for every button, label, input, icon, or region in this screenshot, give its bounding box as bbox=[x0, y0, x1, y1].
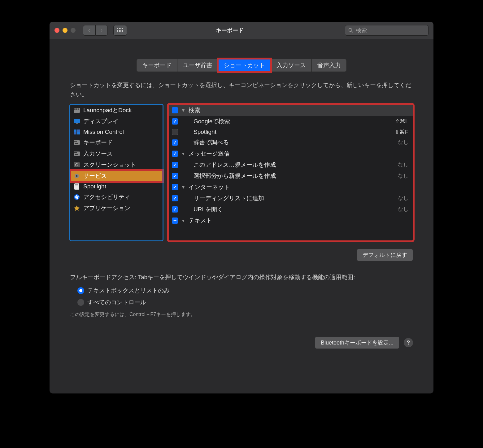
svg-rect-6 bbox=[74, 119, 80, 123]
checkbox[interactable] bbox=[172, 195, 178, 201]
gear-icon bbox=[73, 173, 80, 179]
shortcut-label: メッセージ送信 bbox=[189, 150, 408, 158]
shortcut-item[interactable]: 辞書で調べるなし bbox=[169, 137, 413, 148]
tab-bar: キーボードユーザ辞書ショートカット入力ソース音声入力 bbox=[59, 59, 424, 72]
shortcut-item[interactable]: 選択部分から新規メールを作成なし bbox=[169, 170, 413, 182]
sidebar-item-label: Spotlight bbox=[83, 183, 106, 190]
tab-音声入力[interactable]: 音声入力 bbox=[311, 59, 347, 72]
sidebar-item[interactable]: サービス bbox=[70, 170, 163, 182]
shortcut-none[interactable]: なし bbox=[398, 139, 408, 146]
forward-button[interactable]: › bbox=[95, 25, 108, 36]
sidebar-item[interactable]: ディスプレイ bbox=[70, 116, 163, 127]
disclosure-triangle-icon[interactable]: ▼ bbox=[181, 151, 185, 156]
shortcut-item[interactable]: Googleで検索⇧⌘L bbox=[169, 116, 413, 127]
shortcut-label: このアドレス…規メールを作成 bbox=[181, 161, 395, 169]
svg-rect-5 bbox=[78, 108, 79, 110]
shortcut-none[interactable]: なし bbox=[398, 206, 408, 213]
shortcut-label: 辞書で調べる bbox=[181, 138, 395, 147]
checkbox[interactable] bbox=[172, 162, 178, 168]
back-button[interactable]: ‹ bbox=[83, 25, 95, 36]
disclosure-triangle-icon[interactable]: ▼ bbox=[181, 218, 185, 223]
shortcut-item[interactable]: Spotlight⇧⌘F bbox=[169, 127, 413, 137]
sidebar-item[interactable]: Spotlight bbox=[70, 182, 163, 191]
sidebar-item-label: ディスプレイ bbox=[83, 117, 119, 125]
shortcut-group[interactable]: ▼テキスト bbox=[169, 215, 413, 226]
sidebar-item[interactable]: 入力ソース bbox=[70, 148, 163, 159]
launchpad-icon bbox=[73, 108, 80, 113]
accessibility-icon bbox=[73, 194, 80, 200]
checkbox[interactable] bbox=[172, 184, 178, 190]
bluetooth-keyboard-button[interactable]: Bluetoothキーボードを設定... bbox=[315, 336, 399, 349]
shortcut-label: 検索 bbox=[189, 106, 408, 114]
svg-line-1 bbox=[352, 31, 353, 33]
panes: LaunchpadとDockディスプレイMission Controlキーボード… bbox=[70, 104, 413, 241]
restore-defaults-button[interactable]: デフォルトに戻す bbox=[357, 249, 413, 261]
sidebar-item[interactable]: キーボード bbox=[70, 137, 163, 148]
shortcut-none[interactable]: なし bbox=[398, 195, 408, 202]
checkbox[interactable] bbox=[172, 118, 178, 125]
shortcut-label: テキスト bbox=[189, 217, 408, 225]
sidebar-item[interactable]: アプリケーション bbox=[70, 203, 163, 214]
checkbox[interactable] bbox=[172, 107, 178, 113]
shortcut-none[interactable]: なし bbox=[398, 172, 408, 179]
checkbox[interactable] bbox=[172, 173, 178, 179]
tab-ユーザ辞書[interactable]: ユーザ辞書 bbox=[177, 59, 218, 72]
chevron-left-icon: ‹ bbox=[88, 27, 90, 33]
zoom-button[interactable] bbox=[71, 28, 76, 33]
help-button[interactable]: ? bbox=[404, 338, 413, 347]
tab-ショートカット[interactable]: ショートカット bbox=[218, 59, 271, 72]
nav-buttons: ‹ › bbox=[83, 25, 108, 36]
shortcut-key[interactable]: ⇧⌘L bbox=[395, 118, 408, 125]
titlebar: ‹ › キーボード 検索 bbox=[50, 22, 433, 39]
checkbox[interactable] bbox=[172, 217, 178, 224]
disclosure-triangle-icon[interactable]: ▼ bbox=[181, 185, 185, 190]
checkbox[interactable] bbox=[172, 151, 178, 157]
sidebar-item[interactable]: アクセシビリティ bbox=[70, 191, 163, 203]
search-input[interactable]: 検索 bbox=[345, 25, 429, 36]
sidebar-item-label: LaunchpadとDock bbox=[83, 106, 132, 114]
shortcut-item[interactable]: このアドレス…規メールを作成なし bbox=[169, 159, 413, 170]
app-icon bbox=[73, 205, 80, 211]
svg-rect-10 bbox=[74, 132, 76, 134]
checkbox[interactable] bbox=[172, 139, 178, 146]
tab-キーボード[interactable]: キーボード bbox=[136, 59, 177, 72]
sidebar-item[interactable]: スクリーンショット bbox=[70, 159, 163, 170]
sidebar-item-label: スクリーンショット bbox=[83, 161, 136, 169]
tab-入力ソース[interactable]: 入力ソース bbox=[271, 59, 312, 72]
shortcut-group[interactable]: ▼インターネット bbox=[169, 182, 413, 193]
shortcut-item[interactable]: リーディングリストに追加なし bbox=[169, 193, 413, 204]
sidebar-item-label: キーボード bbox=[83, 138, 113, 147]
instructions-text: ショートカットを変更するには、ショートカットを選択し、キーコンビネーションをクリ… bbox=[70, 81, 413, 99]
svg-rect-21 bbox=[75, 154, 78, 155]
shortcut-group[interactable]: ▼検索 bbox=[169, 105, 413, 116]
sidebar-item[interactable]: LaunchpadとDock bbox=[70, 105, 163, 116]
shortcut-group[interactable]: ▼メッセージ送信 bbox=[169, 148, 413, 159]
keyboard-icon bbox=[73, 151, 80, 156]
svg-rect-15 bbox=[76, 141, 77, 142]
window-title: キーボード bbox=[118, 27, 342, 34]
content: キーボードユーザ辞書ショートカット入力ソース音声入力 ショートカットを変更するに… bbox=[50, 39, 433, 393]
svg-rect-19 bbox=[75, 152, 76, 153]
minimize-button[interactable] bbox=[63, 28, 67, 33]
shortcut-none[interactable]: なし bbox=[398, 161, 408, 168]
chevron-right-icon: › bbox=[101, 27, 102, 33]
search-icon bbox=[348, 28, 353, 33]
close-button[interactable] bbox=[54, 28, 59, 33]
shortcut-label: URLを開く bbox=[181, 205, 395, 213]
shortcut-scroll-area[interactable]: ▼検索Googleで検索⇧⌘LSpotlight⇧⌘F辞書で調べるなし▼メッセー… bbox=[169, 105, 413, 240]
svg-rect-3 bbox=[74, 108, 76, 110]
checkbox[interactable] bbox=[172, 129, 178, 135]
sidebar-item[interactable]: Mission Control bbox=[70, 127, 163, 137]
svg-rect-28 bbox=[75, 186, 78, 186]
shortcut-key[interactable]: ⇧⌘F bbox=[395, 129, 408, 135]
radio-text-lists[interactable]: テキストボックスとリストのみ bbox=[77, 287, 406, 295]
search-placeholder: 検索 bbox=[356, 27, 367, 34]
sidebar-item-label: Mission Control bbox=[83, 129, 124, 135]
shortcut-label: インターネット bbox=[189, 183, 408, 191]
svg-rect-18 bbox=[74, 152, 75, 153]
shortcut-item[interactable]: URLを開くなし bbox=[169, 204, 413, 215]
disclosure-triangle-icon[interactable]: ▼ bbox=[181, 108, 185, 113]
svg-rect-7 bbox=[76, 123, 78, 124]
radio-all-controls[interactable]: すべてのコントロール bbox=[77, 298, 406, 306]
checkbox[interactable] bbox=[172, 206, 178, 213]
